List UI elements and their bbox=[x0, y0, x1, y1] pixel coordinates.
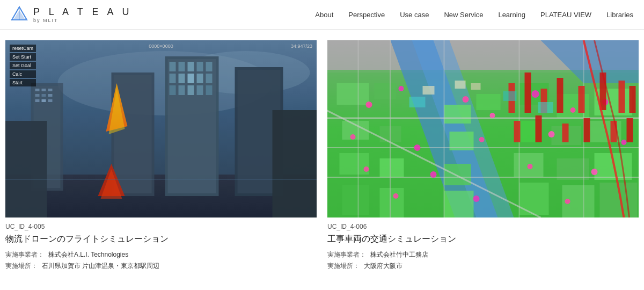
card-2-detail-1: 実施場所： 大阪府大阪市 bbox=[327, 262, 639, 271]
card-1-detail-0: 実施事業者： 株式会社A.L.I. Technologies bbox=[5, 250, 317, 259]
card-2-id: UC_ID_4-006 bbox=[327, 223, 639, 230]
card-2-details: 実施事業者： 株式会社竹中工務店 実施場所： 大阪府大阪市 bbox=[327, 250, 639, 271]
card-2-image bbox=[327, 40, 639, 218]
nav-item-about[interactable]: About bbox=[315, 11, 333, 19]
svg-rect-47 bbox=[5, 40, 317, 218]
card-2-title: 工事車両の交通シミュレーション bbox=[327, 234, 639, 245]
card-1-detail-1: 実施場所： 石川県加賀市 片山津温泉・東京都駅周辺 bbox=[5, 262, 317, 271]
card-1-title: 物流ドローンのフライトシミュレーション bbox=[5, 234, 317, 245]
card-2-label-1: 実施場所： bbox=[327, 262, 360, 271]
card-1-value-1: 石川県加賀市 片山津温泉・東京都駅周辺 bbox=[42, 262, 159, 271]
card-1: resetCam Set Start Set Goal Calc Start 0… bbox=[5, 40, 317, 273]
nav-item-use-case[interactable]: Use case bbox=[400, 11, 429, 19]
main-nav: AboutPerspectiveUse caseNew ServiceLearn… bbox=[315, 11, 633, 19]
card-1-label-1: 実施場所： bbox=[5, 262, 38, 271]
card-2-detail-0: 実施事業者： 株式会社竹中工務店 bbox=[327, 250, 639, 259]
card-2: UC_ID_4-006 工事車両の交通シミュレーション 実施事業者： 株式会社竹… bbox=[327, 40, 639, 273]
nav-item-new-service[interactable]: New Service bbox=[444, 11, 483, 19]
nav-item-perspective[interactable]: Perspective bbox=[348, 11, 385, 19]
logo-icon bbox=[11, 6, 28, 23]
logo-subtitle: by MLIT bbox=[33, 18, 132, 23]
logo-title: P L A T E A U bbox=[33, 6, 132, 18]
svg-rect-127 bbox=[327, 40, 639, 218]
cards-grid: resetCam Set Start Set Goal Calc Start 0… bbox=[5, 40, 639, 273]
drone-scene bbox=[5, 40, 317, 218]
card-1-meta: UC_ID_4-005 物流ドローンのフライトシミュレーション 実施事業者： 株… bbox=[5, 218, 317, 273]
card-2-value-1: 大阪府大阪市 bbox=[364, 262, 402, 271]
nav-item-learning[interactable]: Learning bbox=[498, 11, 525, 19]
card-1-id: UC_ID_4-005 bbox=[5, 223, 317, 230]
nav-item-libraries[interactable]: Libraries bbox=[606, 11, 633, 19]
card-1-image: resetCam Set Start Set Goal Calc Start 0… bbox=[5, 40, 317, 218]
logo[interactable]: P L A T E A U by MLIT bbox=[11, 6, 132, 23]
card-1-value-0: 株式会社A.L.I. Technologies bbox=[48, 250, 128, 259]
card-1-label-0: 実施事業者： bbox=[5, 250, 44, 259]
traffic-scene bbox=[327, 40, 639, 218]
card-2-meta: UC_ID_4-006 工事車両の交通シミュレーション 実施事業者： 株式会社竹… bbox=[327, 218, 639, 273]
card-2-value-0: 株式会社竹中工務店 bbox=[370, 250, 428, 259]
card-2-label-0: 実施事業者： bbox=[327, 250, 366, 259]
card-1-details: 実施事業者： 株式会社A.L.I. Technologies 実施場所： 石川県… bbox=[5, 250, 317, 271]
nav-item-plateau-view[interactable]: PLATEAU VIEW bbox=[540, 11, 591, 19]
